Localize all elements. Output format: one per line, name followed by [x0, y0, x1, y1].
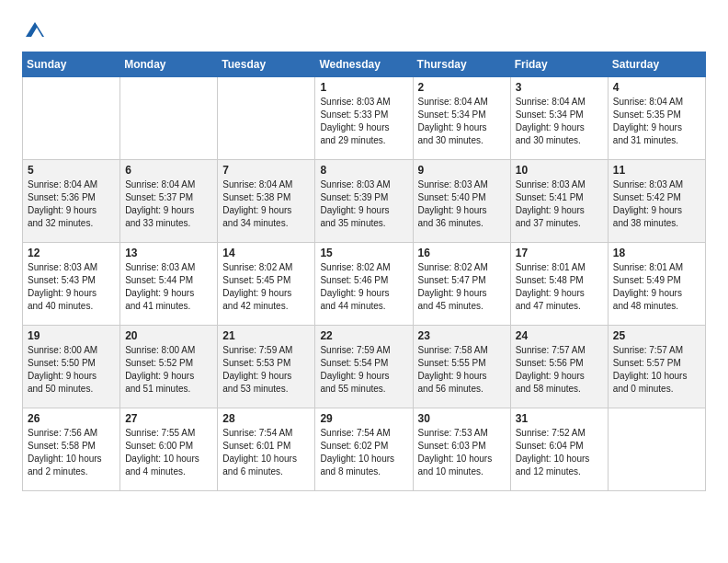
day-info: Sunrise: 8:03 AMSunset: 5:42 PMDaylight:…: [613, 178, 700, 230]
day-cell: 15Sunrise: 8:02 AMSunset: 5:46 PMDayligh…: [315, 243, 413, 326]
day-info: Sunrise: 7:54 AMSunset: 6:02 PMDaylight:…: [320, 427, 407, 478]
day-info: Sunrise: 8:02 AMSunset: 5:45 PMDaylight:…: [222, 261, 310, 313]
day-number: 19: [28, 329, 115, 342]
day-number: 20: [125, 329, 212, 342]
header-cell-thursday: Thursday: [413, 52, 510, 77]
header-cell-sunday: Sunday: [23, 52, 120, 77]
day-cell: 26Sunrise: 7:56 AMSunset: 5:58 PMDayligh…: [23, 408, 120, 491]
day-cell: 4Sunrise: 8:04 AMSunset: 5:35 PMDaylight…: [608, 77, 705, 160]
day-cell: 19Sunrise: 8:00 AMSunset: 5:50 PMDayligh…: [23, 326, 120, 408]
day-number: 31: [516, 412, 603, 425]
day-number: 28: [222, 412, 310, 425]
day-info: Sunrise: 8:00 AMSunset: 5:52 PMDaylight:…: [125, 344, 212, 396]
day-number: 5: [28, 164, 115, 177]
day-info: Sunrise: 7:55 AMSunset: 6:00 PMDaylight:…: [125, 427, 212, 478]
day-info: Sunrise: 8:02 AMSunset: 5:47 PMDaylight:…: [418, 261, 506, 313]
day-info: Sunrise: 8:03 AMSunset: 5:39 PMDaylight:…: [320, 178, 407, 230]
day-number: 17: [516, 247, 603, 259]
day-cell: 13Sunrise: 8:03 AMSunset: 5:44 PMDayligh…: [120, 243, 218, 326]
day-cell: 9Sunrise: 8:03 AMSunset: 5:40 PMDaylight…: [413, 160, 510, 243]
day-info: Sunrise: 8:01 AMSunset: 5:49 PMDaylight:…: [613, 261, 700, 313]
day-number: 18: [613, 247, 700, 259]
day-number: 27: [125, 412, 212, 425]
day-info: Sunrise: 8:03 AMSunset: 5:40 PMDaylight:…: [418, 178, 506, 230]
calendar-header: SundayMondayTuesdayWednesdayThursdayFrid…: [23, 52, 706, 77]
day-info: Sunrise: 8:04 AMSunset: 5:34 PMDaylight:…: [516, 96, 603, 147]
day-number: 21: [222, 329, 310, 342]
day-number: 11: [613, 164, 700, 177]
header-cell-saturday: Saturday: [608, 52, 705, 77]
day-number: 2: [418, 81, 506, 94]
week-row-1: 1Sunrise: 8:03 AMSunset: 5:33 PMDaylight…: [23, 77, 706, 160]
header-cell-friday: Friday: [510, 52, 608, 77]
day-info: Sunrise: 8:04 AMSunset: 5:36 PMDaylight:…: [28, 178, 115, 230]
calendar-table: SundayMondayTuesdayWednesdayThursdayFrid…: [22, 52, 706, 491]
header-row: SundayMondayTuesdayWednesdayThursdayFrid…: [23, 52, 706, 77]
day-number: 15: [320, 247, 407, 259]
day-cell: 25Sunrise: 7:57 AMSunset: 5:57 PMDayligh…: [608, 326, 705, 408]
day-number: 8: [320, 164, 407, 177]
day-cell: 3Sunrise: 8:04 AMSunset: 5:34 PMDaylight…: [510, 77, 608, 160]
day-cell: 17Sunrise: 8:01 AMSunset: 5:48 PMDayligh…: [510, 243, 608, 326]
day-number: 12: [28, 247, 115, 259]
day-cell: 28Sunrise: 7:54 AMSunset: 6:01 PMDayligh…: [218, 408, 315, 491]
logo-icon: [24, 18, 46, 40]
header-cell-monday: Monday: [120, 52, 218, 77]
day-cell: 2Sunrise: 8:04 AMSunset: 5:34 PMDaylight…: [413, 77, 510, 160]
day-cell: [23, 77, 120, 160]
day-number: 16: [418, 247, 506, 259]
day-cell: 8Sunrise: 8:03 AMSunset: 5:39 PMDaylight…: [315, 160, 413, 243]
day-info: Sunrise: 7:57 AMSunset: 5:56 PMDaylight:…: [516, 344, 603, 396]
day-number: 13: [125, 247, 212, 259]
logo: [22, 18, 46, 40]
day-number: 23: [418, 329, 506, 342]
day-cell: 1Sunrise: 8:03 AMSunset: 5:33 PMDaylight…: [315, 77, 413, 160]
day-cell: 22Sunrise: 7:59 AMSunset: 5:54 PMDayligh…: [315, 326, 413, 408]
header-cell-wednesday: Wednesday: [315, 52, 413, 77]
day-info: Sunrise: 8:03 AMSunset: 5:44 PMDaylight:…: [125, 261, 212, 313]
day-number: 30: [418, 412, 506, 425]
day-info: Sunrise: 8:04 AMSunset: 5:38 PMDaylight:…: [222, 178, 310, 230]
day-cell: 21Sunrise: 7:59 AMSunset: 5:53 PMDayligh…: [218, 326, 315, 408]
day-cell: 29Sunrise: 7:54 AMSunset: 6:02 PMDayligh…: [315, 408, 413, 491]
day-number: 6: [125, 164, 212, 177]
day-cell: 14Sunrise: 8:02 AMSunset: 5:45 PMDayligh…: [218, 243, 315, 326]
day-info: Sunrise: 8:01 AMSunset: 5:48 PMDaylight:…: [516, 261, 603, 313]
day-info: Sunrise: 7:52 AMSunset: 6:04 PMDaylight:…: [516, 427, 603, 478]
day-info: Sunrise: 8:03 AMSunset: 5:41 PMDaylight:…: [516, 178, 603, 230]
day-info: Sunrise: 7:54 AMSunset: 6:01 PMDaylight:…: [222, 427, 310, 478]
day-cell: 6Sunrise: 8:04 AMSunset: 5:37 PMDaylight…: [120, 160, 218, 243]
day-number: 10: [516, 164, 603, 177]
day-info: Sunrise: 7:58 AMSunset: 5:55 PMDaylight:…: [418, 344, 506, 396]
day-info: Sunrise: 8:04 AMSunset: 5:34 PMDaylight:…: [418, 96, 506, 147]
header: [22, 18, 706, 40]
day-number: 1: [320, 81, 407, 94]
week-row-3: 12Sunrise: 8:03 AMSunset: 5:43 PMDayligh…: [23, 243, 706, 326]
day-info: Sunrise: 7:57 AMSunset: 5:57 PMDaylight:…: [613, 344, 700, 396]
day-cell: 30Sunrise: 7:53 AMSunset: 6:03 PMDayligh…: [413, 408, 510, 491]
header-cell-tuesday: Tuesday: [218, 52, 315, 77]
day-info: Sunrise: 8:00 AMSunset: 5:50 PMDaylight:…: [28, 344, 115, 396]
day-number: 25: [613, 329, 700, 342]
day-cell: 24Sunrise: 7:57 AMSunset: 5:56 PMDayligh…: [510, 326, 608, 408]
day-number: 3: [516, 81, 603, 94]
day-cell: 16Sunrise: 8:02 AMSunset: 5:47 PMDayligh…: [413, 243, 510, 326]
day-info: Sunrise: 8:02 AMSunset: 5:46 PMDaylight:…: [320, 261, 407, 313]
day-info: Sunrise: 8:03 AMSunset: 5:43 PMDaylight:…: [28, 261, 115, 313]
week-row-2: 5Sunrise: 8:04 AMSunset: 5:36 PMDaylight…: [23, 160, 706, 243]
day-cell: [218, 77, 315, 160]
day-cell: 27Sunrise: 7:55 AMSunset: 6:00 PMDayligh…: [120, 408, 218, 491]
day-info: Sunrise: 7:59 AMSunset: 5:53 PMDaylight:…: [222, 344, 310, 396]
day-cell: 5Sunrise: 8:04 AMSunset: 5:36 PMDaylight…: [23, 160, 120, 243]
page: SundayMondayTuesdayWednesdayThursdayFrid…: [0, 0, 728, 510]
day-info: Sunrise: 7:53 AMSunset: 6:03 PMDaylight:…: [418, 427, 506, 478]
day-cell: 18Sunrise: 8:01 AMSunset: 5:49 PMDayligh…: [608, 243, 705, 326]
day-info: Sunrise: 7:56 AMSunset: 5:58 PMDaylight:…: [28, 427, 115, 478]
day-number: 7: [222, 164, 310, 177]
week-row-5: 26Sunrise: 7:56 AMSunset: 5:58 PMDayligh…: [23, 408, 706, 491]
day-cell: 20Sunrise: 8:00 AMSunset: 5:52 PMDayligh…: [120, 326, 218, 408]
day-number: 9: [418, 164, 506, 177]
day-info: Sunrise: 8:04 AMSunset: 5:35 PMDaylight:…: [613, 96, 700, 147]
day-cell: 11Sunrise: 8:03 AMSunset: 5:42 PMDayligh…: [608, 160, 705, 243]
day-number: 22: [320, 329, 407, 342]
